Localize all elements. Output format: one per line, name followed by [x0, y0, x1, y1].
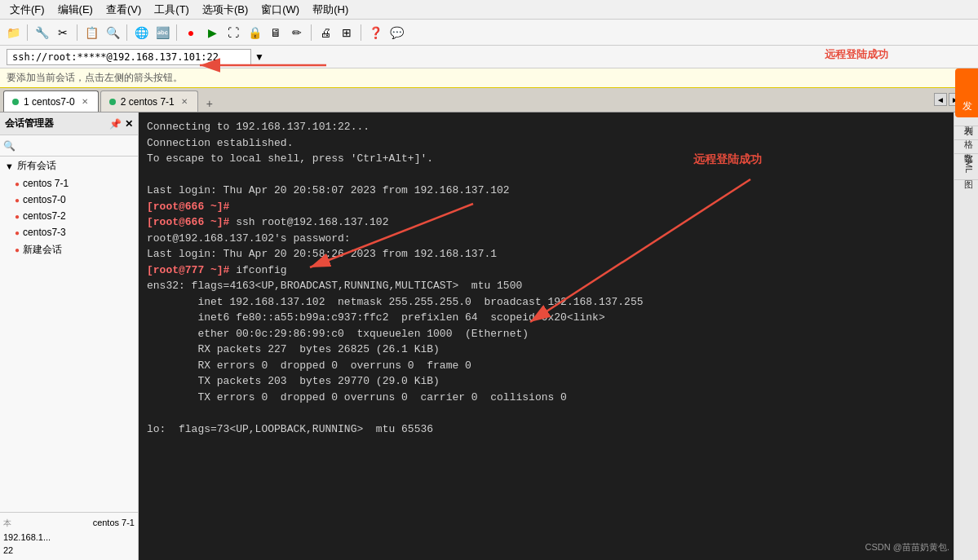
- sidebar-pin-icon[interactable]: 📌: [109, 118, 122, 130]
- toolbar-btn-8[interactable]: ▶: [202, 23, 222, 42]
- menu-edit[interactable]: 编辑(E): [51, 1, 100, 19]
- menu-tabs[interactable]: 选项卡(B): [196, 1, 254, 19]
- tab-close-1[interactable]: ✕: [80, 97, 90, 106]
- toolbar-chat[interactable]: 💬: [387, 23, 406, 42]
- term-line-15: RX errors 0 dropped 0 overruns 0 frame 0: [147, 358, 945, 374]
- term-line-6: [root@666 ~]# ssh root@192.168.137.102: [147, 214, 945, 231]
- terminal-content[interactable]: Connecting to 192.168.137.101:22... Conn…: [139, 112, 954, 560]
- toolbar: 📁 🔧 ✂ 📋 🔍 🌐 🔤 ● ▶ ⛶ 🔒 🖥 ✏ 🖨 ⊞ ❓ 💬: [0, 20, 978, 46]
- tab-status-dot-1: [12, 99, 19, 105]
- item-label-centos70: centos7-0: [23, 194, 66, 205]
- menu-view[interactable]: 查看(V): [100, 1, 148, 19]
- toolbar-btn-14[interactable]: ⊞: [337, 23, 356, 42]
- term-line-13: ether 00:0c:29:86:99:c0 txqueuelen 1000 …: [147, 326, 945, 342]
- term-line-9: [root@777 ~]# ifconfig: [147, 262, 945, 279]
- toolbar-new-folder[interactable]: 📁: [3, 23, 23, 42]
- toolbar-btn-7[interactable]: ●: [181, 23, 201, 42]
- toolbar-btn-12[interactable]: ✏: [287, 23, 307, 42]
- toolbar-btn-11[interactable]: 🖥: [266, 23, 285, 42]
- sidebar-item-centos73[interactable]: ● centos7-3: [0, 224, 138, 240]
- prompt-777: [root@777 ~]#: [147, 264, 229, 276]
- toolbar-btn-9[interactable]: ⛶: [223, 23, 243, 42]
- tab-nav-left[interactable]: ◄: [934, 93, 947, 106]
- toolbar-btn-10[interactable]: 🔒: [245, 23, 264, 42]
- toolbar-btn-6[interactable]: 🔤: [153, 23, 172, 42]
- folder-icon: ▼: [5, 161, 14, 171]
- tab-label-1: 1 centos7-0: [24, 96, 75, 108]
- item-label-centos71: centos 7-1: [23, 178, 69, 189]
- term-line-18: lo: flags=73<UP,LOOPBACK,RUNNING> mtu 65…: [147, 421, 945, 438]
- term-line-12: inet6 fe80::a55:b99a:c937:ffc2 prefixlen…: [147, 310, 945, 326]
- sidebar-header: 会话管理器 📌 ✕: [0, 112, 138, 135]
- toolbar-btn-2[interactable]: ✂: [53, 23, 73, 42]
- infobar-text: 要添加当前会话，点击左侧的箭头按钮。: [7, 71, 183, 85]
- status-dot-new: ●: [15, 245, 20, 254]
- terminal-area: Connecting to 192.168.137.101:22... Conn…: [139, 112, 954, 560]
- toolbar-sep-3: [126, 24, 127, 41]
- toolbar-sep-1: [27, 24, 28, 41]
- sidebar-header-icons: 📌 ✕: [109, 118, 133, 130]
- term-line-2: Connection established.: [147, 135, 945, 152]
- sidebar-search-bar: 🔍: [0, 135, 138, 157]
- footer-value-1: centos 7-1: [93, 518, 135, 529]
- toolbar-sep-5: [311, 24, 312, 41]
- footer-row-2: 192.168.1...: [3, 531, 135, 544]
- address-dropdown[interactable]: ▼: [254, 51, 264, 63]
- infobar: 要添加当前会话，点击左侧的箭头按钮。: [0, 68, 978, 88]
- send-button[interactable]: 发: [955, 68, 978, 117]
- tab-label-2: 2 centos 7-1: [121, 96, 175, 108]
- toolbar-sep-2: [77, 24, 77, 41]
- toolbar-help[interactable]: ❓: [365, 23, 385, 42]
- menu-window[interactable]: 窗口(W): [254, 1, 306, 19]
- term-line-11: inet 192.168.137.102 netmask 255.255.255…: [147, 294, 945, 311]
- prompt-666-2: [root@666 ~]#: [147, 216, 229, 228]
- term-line-7: root@192.168.137.102's password:: [147, 231, 945, 247]
- status-dot-centos71: ●: [15, 179, 20, 188]
- footer-value-3: 22: [3, 545, 13, 555]
- toolbar-btn-13[interactable]: 🖨: [316, 23, 335, 42]
- term-line-10: ens32: flags=4163<UP,BROADCAST,RUNNING,M…: [147, 278, 945, 294]
- toolbar-sep-6: [361, 24, 361, 41]
- remote-success-label: 远程登陆成功: [825, 47, 888, 62]
- term-line-4: Last login: Thu Apr 20 20:58:07 2023 fro…: [147, 183, 945, 199]
- main-area: 会话管理器 📌 ✕ 🔍 ▼ 所有会话 ● centos 7-1 ● centos…: [0, 112, 978, 560]
- item-label-new: 新建会话: [23, 243, 62, 257]
- menu-file[interactable]: 文件(F): [3, 1, 51, 19]
- sidebar-item-centos70[interactable]: ● centos7-0: [0, 192, 138, 208]
- toolbar-btn-5[interactable]: 🌐: [131, 23, 151, 42]
- term-line-3: To escape to local shell, press 'Ctrl+Al…: [147, 151, 945, 167]
- term-line-17: TX errors 0 dropped 0 overruns 0 carrier…: [147, 390, 945, 406]
- toolbar-btn-3[interactable]: 📋: [82, 23, 101, 42]
- right-panel-item-ml[interactable]: ML图: [954, 154, 978, 180]
- sidebar-item-centos72[interactable]: ● centos7-2: [0, 208, 138, 224]
- cmd-ssh: ssh root@192.168.137.102: [229, 216, 388, 228]
- toolbar-sep-4: [176, 24, 177, 41]
- tab-centos7-0[interactable]: 1 centos7-0 ✕: [3, 90, 99, 112]
- term-line-blank-1: [147, 167, 945, 183]
- tab-close-2[interactable]: ✕: [179, 97, 189, 106]
- term-line-5: [root@666 ~]#: [147, 199, 945, 215]
- tab-add-button[interactable]: +: [201, 95, 218, 112]
- sidebar-close-icon[interactable]: ✕: [125, 118, 133, 130]
- search-icon: 🔍: [3, 140, 15, 152]
- sidebar-item-new-session[interactable]: ● 新建会话: [0, 240, 138, 259]
- footer-row-3: 22: [3, 544, 135, 557]
- menu-tools[interactable]: 工具(T): [148, 1, 196, 19]
- sidebar-folder-all[interactable]: ▼ 所有会话: [0, 157, 138, 175]
- address-input[interactable]: [7, 49, 251, 65]
- sidebar-footer: 本 centos 7-1 192.168.1... 22: [0, 512, 138, 560]
- term-line-14: RX packets 227 bytes 26825 (26.1 KiB): [147, 342, 945, 358]
- item-label-centos73: centos7-3: [23, 227, 66, 238]
- tab-centos7-1[interactable]: 2 centos 7-1 ✕: [100, 90, 198, 112]
- sidebar-item-centos71[interactable]: ● centos 7-1: [0, 175, 138, 192]
- tab-status-dot-2: [109, 99, 116, 105]
- right-panel-item-grid[interactable]: 格: [954, 126, 978, 140]
- toolbar-btn-4[interactable]: 🔍: [103, 23, 122, 42]
- watermark: CSDN @苗苗奶黄包.: [865, 541, 949, 553]
- toolbar-btn-1[interactable]: 🔧: [32, 23, 51, 42]
- status-dot-centos73: ●: [15, 228, 20, 237]
- right-panel-item-number[interactable]: 数字: [954, 140, 978, 154]
- footer-label-1: 本: [3, 518, 11, 529]
- folder-label: 所有会话: [17, 159, 56, 173]
- menu-help[interactable]: 帮助(H): [306, 1, 355, 19]
